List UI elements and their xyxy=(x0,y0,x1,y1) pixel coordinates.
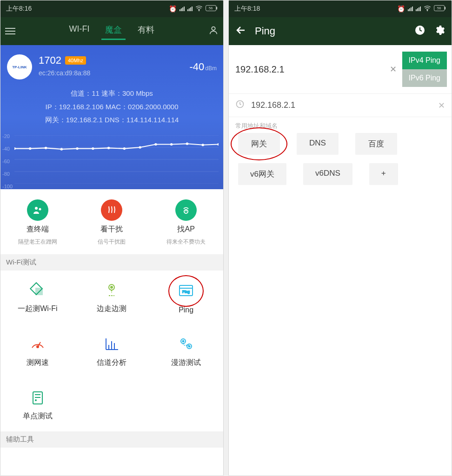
rssi-value: -40dBm xyxy=(190,61,217,73)
router-logo: TP-LINK xyxy=(7,54,32,79)
profile-icon[interactable] xyxy=(208,25,219,37)
clear-input-icon[interactable]: ✕ xyxy=(390,64,397,74)
ping-toolbar: Ping xyxy=(229,17,452,45)
test-walk[interactable]: 边走边测 xyxy=(75,271,149,324)
svg-point-21 xyxy=(186,142,188,145)
svg-point-11 xyxy=(29,147,31,150)
signal-icon-2 xyxy=(416,7,421,11)
history-icon[interactable] xyxy=(414,25,425,38)
battery-icon: 56 xyxy=(434,5,446,13)
tab-mohe[interactable]: 魔盒 xyxy=(105,24,122,38)
svg-point-50 xyxy=(427,10,427,11)
back-icon[interactable] xyxy=(235,25,246,38)
test-speed[interactable]: 测网速 xyxy=(0,324,75,378)
tools-row: 查终端 隔壁老王在蹭网 看干扰 信号干扰图 找AP 得来全不费功夫 xyxy=(0,189,223,254)
channel-badge: 40Mhz xyxy=(65,56,86,65)
alarm-icon: ⏰ xyxy=(169,5,177,13)
section-wifi-test: Wi-Fi测试 xyxy=(0,254,223,271)
svg-rect-29 xyxy=(36,288,42,295)
svg-point-0 xyxy=(199,10,199,11)
left-phone: 上午8:16 ⏰ 56 WI-FI 魔盒 有料 TP-LINK xyxy=(0,0,224,476)
signal-icon-2 xyxy=(187,7,193,11)
test-ping[interactable]: Ping Ping xyxy=(149,271,223,324)
svg-point-16 xyxy=(107,146,110,149)
svg-text:Ping: Ping xyxy=(182,290,190,294)
svg-text:56: 56 xyxy=(209,6,213,10)
tag-v6-gateway[interactable]: v6网关 xyxy=(238,163,286,185)
svg-point-25 xyxy=(39,208,41,210)
tag-add[interactable]: + xyxy=(369,163,398,185)
info-line-1: 信道：11 速率：300 Mbps xyxy=(0,87,223,100)
tag-v6-dns[interactable]: v6DNS xyxy=(303,163,352,185)
test-channel[interactable]: 信道分析 xyxy=(75,324,149,378)
svg-rect-2 xyxy=(216,7,217,10)
signal-icon xyxy=(179,7,185,11)
ssid: 1702 xyxy=(39,54,61,66)
svg-point-13 xyxy=(60,148,63,150)
svg-point-10 xyxy=(14,147,16,150)
svg-point-36 xyxy=(37,346,39,348)
address-input[interactable] xyxy=(233,60,399,79)
svg-rect-52 xyxy=(445,7,445,10)
status-icons: ⏰ 56 xyxy=(169,5,218,13)
info-line-3: 网关：192.168.2.1 DNS：114.114.114.114 xyxy=(0,113,223,127)
status-icons: ⏰ 56 xyxy=(397,5,446,13)
svg-rect-32 xyxy=(179,285,193,296)
svg-point-14 xyxy=(76,147,78,150)
svg-point-15 xyxy=(92,147,94,150)
battery-icon: 56 xyxy=(206,5,218,13)
status-time: 上午8:18 xyxy=(234,5,260,13)
address-input-wrap[interactable]: ✕ xyxy=(233,52,399,87)
svg-point-23 xyxy=(217,143,219,145)
alarm-icon: ⏰ xyxy=(397,5,405,13)
nav-tabs: WI-FI 魔盒 有料 xyxy=(15,24,208,38)
history-item[interactable]: 192.168.2.1 ✕ xyxy=(229,94,452,117)
quick-tags: 网关 DNS 百度 v6网关 v6DNS + xyxy=(229,133,452,192)
svg-point-17 xyxy=(123,147,126,150)
test-roaming[interactable]: 漫游测试 xyxy=(149,324,223,378)
wifi-icon xyxy=(195,5,203,13)
svg-point-18 xyxy=(139,146,141,148)
test-together[interactable]: 一起测Wi-Fi xyxy=(0,271,75,324)
delete-history-icon[interactable]: ✕ xyxy=(438,100,445,111)
wifi-test-grid: 一起测Wi-Fi 边走边测 Ping Ping 测网速 信道分析 漫游测试 单点… xyxy=(0,271,223,431)
signal-plot xyxy=(14,135,219,184)
tool-find-ap[interactable]: 找AP 得来全不费功夫 xyxy=(149,199,223,246)
menu-icon[interactable] xyxy=(5,28,15,34)
ipv6-ping-button[interactable]: IPv6 Ping xyxy=(402,69,447,87)
mac-address: ec:26:ca:d9:8a:88 xyxy=(39,69,183,77)
svg-point-19 xyxy=(154,143,157,145)
svg-point-43 xyxy=(183,340,184,342)
settings-icon[interactable] xyxy=(434,25,445,38)
svg-point-49 xyxy=(35,400,36,401)
ipv4-ping-button[interactable]: IPv4 Ping xyxy=(402,52,447,69)
svg-point-12 xyxy=(45,146,47,149)
tag-dns[interactable]: DNS xyxy=(297,133,339,155)
tag-baidu[interactable]: 百度 xyxy=(355,133,397,155)
clock-icon xyxy=(235,99,245,111)
signal-chart: -20 -40 -60 -80 -100 xyxy=(0,133,223,189)
svg-point-22 xyxy=(201,144,204,146)
tab-wifi[interactable]: WI-FI xyxy=(69,24,90,38)
info-line-2: IP：192.168.2.106 MAC：0206.2000.0000 xyxy=(0,100,223,114)
network-info: 信道：11 速率：300 Mbps IP：192.168.2.106 MAC：0… xyxy=(0,84,223,133)
wifi-hero: TP-LINK 1702 40Mhz ec:26:ca:d9:8a:88 -40… xyxy=(0,45,223,189)
tool-terminal[interactable]: 查终端 隔壁老王在蹭网 xyxy=(0,199,75,246)
top-nav: WI-FI 魔盒 有料 xyxy=(0,17,223,45)
ping-input-row: ✕ IPv4 Ping IPv6 Ping xyxy=(229,45,452,94)
status-bar: 上午8:16 ⏰ 56 xyxy=(0,0,223,17)
tab-youliao[interactable]: 有料 xyxy=(138,24,154,38)
status-time: 上午8:16 xyxy=(6,5,32,13)
status-bar: 上午8:18 ⏰ 56 xyxy=(229,0,452,17)
page-title: Ping xyxy=(255,25,275,37)
history-text: 192.168.2.1 xyxy=(251,100,295,110)
wifi-icon xyxy=(424,5,431,13)
svg-point-20 xyxy=(170,143,173,145)
tool-interference[interactable]: 看干扰 信号干扰图 xyxy=(75,199,149,246)
tag-gateway[interactable]: 网关 xyxy=(238,133,280,155)
section-aux-tools: 辅助工具 xyxy=(0,431,223,448)
test-single-point[interactable]: 单点测试 xyxy=(0,378,75,431)
right-phone: 上午8:18 ⏰ 56 Ping ✕ xyxy=(228,0,452,476)
svg-text:56: 56 xyxy=(437,6,441,10)
svg-point-31 xyxy=(111,286,113,288)
